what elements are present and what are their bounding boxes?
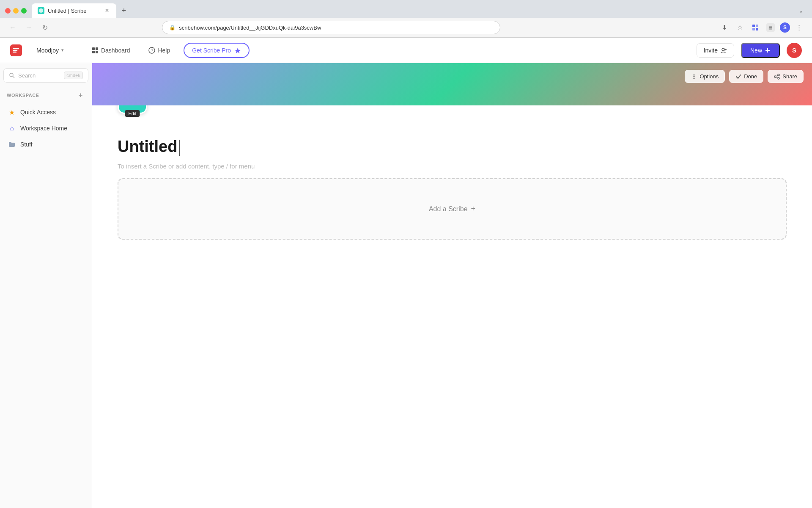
folder-icon xyxy=(8,140,16,149)
plus-icon xyxy=(765,47,771,53)
collapse-button[interactable]: ⌄ xyxy=(795,6,807,16)
url-bar[interactable]: 🔒 scribehow.com/page/Untitled__JijGDDxuQ… xyxy=(162,21,500,34)
page-icon-edit-label: Edit xyxy=(125,110,140,117)
get-pro-button[interactable]: Get Scribe Pro xyxy=(184,43,250,58)
workspace-home-label: Workspace Home xyxy=(20,125,67,132)
main-layout: Search cmd+k WORKSPACE + ★ Quick Access … xyxy=(0,63,812,508)
app: Moodjoy ▾ Dashboard ? Help xyxy=(0,38,812,508)
new-label: New xyxy=(750,47,762,54)
quick-access-label: Quick Access xyxy=(20,109,56,116)
address-bar-icons: ⬇ ☆ ▤ S ⋮ xyxy=(719,22,805,33)
sidebar: Search cmd+k WORKSPACE + ★ Quick Access … xyxy=(0,63,92,508)
bookmark-icon[interactable]: ☆ xyxy=(734,22,746,33)
browser-menu-icon[interactable]: ⋮ xyxy=(793,22,805,33)
svg-point-21 xyxy=(694,74,695,75)
tab-favicon xyxy=(38,7,44,14)
dashboard-icon xyxy=(92,47,99,54)
trophy-icon xyxy=(234,47,241,54)
url-text: scribehow.com/page/Untitled__JijGDDxuQk-… xyxy=(179,25,493,31)
secure-icon: 🔒 xyxy=(169,25,176,30)
svg-rect-10 xyxy=(92,51,95,53)
profile-switcher-icon[interactable]: ▤ xyxy=(765,22,776,33)
back-button[interactable]: ← xyxy=(7,22,19,33)
page-icon-button[interactable]: 🕶 Edit xyxy=(118,105,147,114)
fullscreen-window-button[interactable] xyxy=(21,8,27,14)
page-hint: To insert a Scribe or add content, type … xyxy=(92,163,812,178)
address-bar: ← → ↻ 🔒 scribehow.com/page/Untitled__Jij… xyxy=(0,18,812,37)
svg-point-24 xyxy=(778,74,779,76)
options-button[interactable]: Options xyxy=(685,70,725,83)
get-pro-label: Get Scribe Pro xyxy=(192,47,231,54)
add-scribe-button[interactable]: Add a Scribe + xyxy=(118,178,787,240)
svg-point-0 xyxy=(39,8,43,13)
help-button[interactable]: ? Help xyxy=(143,44,175,56)
svg-rect-1 xyxy=(752,25,755,27)
svg-text:?: ? xyxy=(151,48,154,53)
page-title-area: Untitled xyxy=(92,121,812,163)
page-title[interactable]: Untitled xyxy=(118,138,787,156)
star-icon: ★ xyxy=(8,108,16,116)
workspace-selector[interactable]: Moodjoy ▾ xyxy=(32,44,68,56)
svg-rect-2 xyxy=(756,25,758,27)
tab-bar: Untitled | Scribe ✕ + ⌄ xyxy=(0,0,812,18)
svg-line-28 xyxy=(776,77,778,78)
tab-close-button[interactable]: ✕ xyxy=(104,7,110,14)
share-icon xyxy=(774,74,780,80)
svg-line-20 xyxy=(13,76,14,78)
logo xyxy=(10,44,22,56)
close-window-button[interactable] xyxy=(5,8,11,14)
user-avatar[interactable]: S xyxy=(787,43,802,58)
svg-point-19 xyxy=(10,73,13,77)
minimize-window-button[interactable] xyxy=(13,8,19,14)
svg-rect-3 xyxy=(752,28,755,30)
refresh-button[interactable]: ↻ xyxy=(39,22,51,33)
workspace-section-label: WORKSPACE + xyxy=(3,89,88,101)
new-button[interactable]: New xyxy=(741,43,780,58)
workspace-section: WORKSPACE + xyxy=(3,89,88,101)
browser-profile[interactable]: S xyxy=(780,22,790,33)
svg-rect-4 xyxy=(756,28,758,30)
sidebar-item-workspace-home[interactable]: ⌂ Workspace Home xyxy=(3,121,88,136)
svg-point-14 xyxy=(722,48,724,51)
done-button[interactable]: Done xyxy=(729,70,763,83)
invite-label: Invite xyxy=(704,47,718,54)
tab-right-controls: ⌄ xyxy=(795,6,807,16)
share-label: Share xyxy=(782,73,797,80)
chevron-down-icon: ▾ xyxy=(61,47,64,53)
add-workspace-button[interactable]: + xyxy=(77,91,85,99)
search-box[interactable]: Search cmd+k xyxy=(3,68,88,83)
page-icon-area: 🕶 Edit xyxy=(92,105,812,114)
header-center-nav: Dashboard ? Help Get Scribe Pro xyxy=(87,43,250,58)
dashboard-button[interactable]: Dashboard xyxy=(87,44,135,56)
svg-line-27 xyxy=(776,75,778,76)
glasses-icon: 🕶 xyxy=(126,105,139,106)
check-icon xyxy=(735,74,741,80)
svg-rect-11 xyxy=(96,51,98,53)
svg-point-23 xyxy=(694,77,695,79)
options-label: Options xyxy=(700,73,719,80)
sidebar-item-quick-access[interactable]: ★ Quick Access xyxy=(3,105,88,120)
hero-banner: Options Done xyxy=(92,63,812,105)
invite-button[interactable]: Invite xyxy=(697,43,734,58)
options-icon xyxy=(691,74,697,80)
stuff-label: Stuff xyxy=(20,141,33,148)
search-shortcut: cmd+k xyxy=(64,72,83,79)
svg-point-25 xyxy=(778,77,779,79)
browser-tab[interactable]: Untitled | Scribe ✕ xyxy=(32,3,116,18)
header-right: Invite New S xyxy=(697,43,802,58)
sidebar-item-stuff[interactable]: Stuff xyxy=(3,137,88,152)
svg-text:▤: ▤ xyxy=(768,25,772,30)
svg-point-26 xyxy=(774,76,776,77)
page-content: 🕶 Edit Untitled To insert a Scribe or ad… xyxy=(92,105,812,508)
traffic-lights xyxy=(5,8,27,14)
download-icon[interactable]: ⬇ xyxy=(719,22,731,33)
svg-rect-9 xyxy=(96,47,98,50)
workspace-name: Moodjoy xyxy=(36,47,59,54)
extensions-icon[interactable] xyxy=(749,22,761,33)
forward-button[interactable]: → xyxy=(23,22,35,33)
new-tab-button[interactable]: + xyxy=(118,5,130,17)
share-button[interactable]: Share xyxy=(768,70,804,83)
search-placeholder: Search xyxy=(18,72,60,79)
help-label: Help xyxy=(158,47,170,54)
home-icon: ⌂ xyxy=(8,124,16,133)
